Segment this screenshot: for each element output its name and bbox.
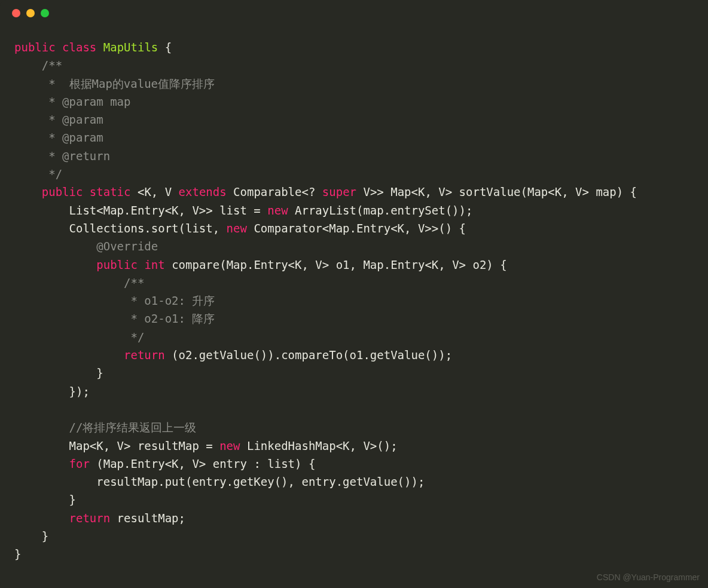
comment-line: //将排序结果返回上一级 bbox=[14, 421, 196, 434]
code-text: Comparator<Map.Entry<K, V>>() { bbox=[247, 222, 466, 235]
code-text: resultMap; bbox=[110, 512, 185, 525]
code-text: V>> Map<K, V> sortValue(Map<K, V> map) { bbox=[356, 185, 637, 198]
comment-line: * @param bbox=[14, 131, 103, 144]
comment-line: /** bbox=[14, 276, 144, 289]
code-text: ArrayList(map.entrySet()); bbox=[288, 204, 473, 217]
comment-line: /** bbox=[14, 59, 62, 72]
code-text: { bbox=[158, 41, 172, 54]
code-text: } bbox=[14, 529, 48, 543]
keyword-public: public bbox=[42, 185, 83, 198]
code-text: compare(Map.Entry<K, V> o1, Map.Entry<K,… bbox=[165, 258, 507, 271]
keyword-int: int bbox=[144, 258, 164, 271]
code-block: public class MapUtils { /** * 根据Map的valu… bbox=[0, 26, 708, 575]
code-text: (Map.Entry<K, V> entry : list) { bbox=[90, 457, 316, 470]
comment-line: */ bbox=[14, 330, 144, 344]
comment-line: * @return bbox=[14, 149, 110, 163]
annotation-override: @Override bbox=[14, 240, 158, 253]
class-name: MapUtils bbox=[103, 41, 158, 54]
window-titlebar bbox=[0, 0, 708, 26]
keyword-for: for bbox=[69, 457, 90, 470]
keyword-public: public bbox=[14, 41, 56, 54]
keyword-return: return bbox=[124, 348, 165, 362]
editor-window: public class MapUtils { /** * 根据Map的valu… bbox=[0, 0, 708, 588]
code-text: List<Map.Entry<K, V>> list = bbox=[14, 204, 267, 217]
keyword-new: new bbox=[267, 204, 288, 217]
code-text bbox=[14, 258, 96, 271]
code-text bbox=[14, 512, 69, 525]
comment-line: * o2-o1: 降序 bbox=[14, 312, 215, 325]
keyword-super: super bbox=[322, 185, 356, 198]
code-text: Comparable<? bbox=[227, 185, 322, 198]
comment-line: * 根据Map的value值降序排序 bbox=[14, 77, 215, 90]
keyword-new: new bbox=[227, 222, 247, 235]
keyword-class: class bbox=[62, 41, 96, 54]
code-text: resultMap.put(entry.getKey(), entry.getV… bbox=[14, 475, 425, 488]
comment-line: * o1-o2: 升序 bbox=[14, 294, 215, 307]
code-text bbox=[14, 348, 124, 362]
code-text: } bbox=[14, 366, 103, 379]
code-text: (o2.getValue()).compareTo(o1.getValue())… bbox=[165, 348, 452, 362]
keyword-public: public bbox=[96, 258, 138, 271]
code-text bbox=[14, 185, 42, 198]
minimize-icon[interactable] bbox=[26, 9, 35, 17]
code-text: }); bbox=[14, 385, 90, 398]
code-text bbox=[138, 258, 144, 271]
zoom-icon[interactable] bbox=[41, 9, 49, 17]
watermark-text: CSDN @Yuan-Programmer bbox=[597, 572, 700, 582]
keyword-new: new bbox=[219, 439, 240, 452]
keyword-extends: extends bbox=[179, 185, 227, 198]
code-text bbox=[14, 457, 69, 470]
close-icon[interactable] bbox=[12, 9, 20, 17]
code-text: } bbox=[14, 547, 21, 561]
code-text: Map<K, V> resultMap = bbox=[14, 439, 219, 452]
code-text: } bbox=[14, 493, 76, 506]
comment-line: * @param map bbox=[14, 95, 130, 108]
code-text: LinkedHashMap<K, V>(); bbox=[240, 439, 398, 452]
comment-line: * @param bbox=[14, 113, 103, 126]
keyword-static: static bbox=[90, 185, 131, 198]
comment-line: */ bbox=[14, 167, 62, 180]
code-text: Collections.sort(list, bbox=[14, 222, 227, 235]
keyword-return: return bbox=[69, 512, 111, 525]
code-text: <K, V bbox=[131, 185, 179, 198]
